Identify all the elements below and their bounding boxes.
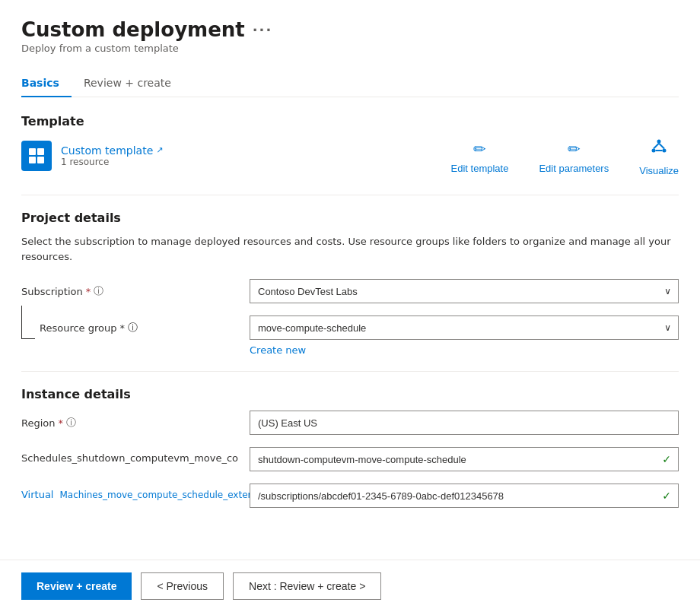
resource-group-dropdown[interactable]: move-compute-schedule [250,316,679,340]
virtual-label-text: Virtual [21,489,53,500]
svg-line-8 [659,144,664,149]
subscription-required: * [86,286,91,297]
external-link-icon: ↗ [156,145,163,155]
virtual-machines-label: VirtualMachines_move_compute_schedule_ex… [21,484,234,500]
next-button[interactable]: Next : Review + create > [233,572,381,600]
svg-rect-0 [29,148,36,155]
virtual-sublabel-text: Machines_move_compute_schedule_externali… [59,490,273,500]
resource-group-label: Resource group * ⓘ [40,321,138,335]
svg-rect-2 [29,157,36,163]
edit-parameters-icon: ✏ [568,140,581,158]
region-row: Region * ⓘ [21,411,679,435]
project-details-section: Project details Select the subscription … [21,211,679,356]
region-control [250,411,679,435]
resource-group-label-wrapper: Resource group * ⓘ [21,316,234,339]
template-icon [21,141,52,171]
svg-point-4 [657,140,661,144]
visualize-button[interactable]: Visualize [639,138,679,176]
template-section: Template Custom template ↗ [21,114,679,176]
edit-parameters-button[interactable]: ✏ Edit parameters [539,140,609,174]
svg-point-5 [652,149,656,153]
subscription-dropdown-wrapper: Contoso DevTest Labs [250,279,679,303]
resource-group-control: move-compute-schedule Create new [250,316,679,356]
virtual-machines-dropdown[interactable]: /subscriptions/abcdef01-2345-6789-0abc-d… [250,484,679,508]
schedules-control: shutdown-computevm-move-compute-schedule [250,447,679,471]
resource-group-bracket [21,306,35,339]
template-name-link[interactable]: Custom template ↗ [61,144,164,157]
subscription-info-icon[interactable]: ⓘ [94,284,103,298]
schedules-row: Schedules_shutdown_computevm_move_co shu… [21,447,679,471]
instance-details-section: Instance details Region * ⓘ Schedules_sh… [21,387,679,508]
template-info: Custom template ↗ 1 resource [61,144,164,167]
resource-group-row: Resource group * ⓘ move-compute-schedule… [21,316,679,356]
resource-group-required: * [120,322,126,334]
ellipsis-menu[interactable]: ··· [253,22,273,38]
page-header: Custom deployment ··· Deploy from a cust… [21,18,679,54]
svg-line-7 [654,144,659,149]
visualize-icon [650,138,668,160]
edit-template-button[interactable]: ✏ Edit template [451,140,509,174]
template-resource-count: 1 resource [61,157,164,167]
template-card: Custom template ↗ 1 resource [21,141,164,171]
project-details-title: Project details [21,211,679,225]
template-actions: ✏ Edit template ✏ Edit parameters [451,138,679,176]
region-required: * [59,417,64,429]
network-icon [650,138,668,156]
divider-2 [21,371,679,372]
virtual-machines-row: VirtualMachines_move_compute_schedule_ex… [21,484,679,508]
subscription-dropdown[interactable]: Contoso DevTest Labs [250,279,679,303]
subscription-row: Subscription * ⓘ Contoso DevTest Labs [21,279,679,303]
svg-rect-1 [37,148,44,155]
page-title: Custom deployment [21,18,245,41]
divider-1 [21,195,679,195]
review-create-button[interactable]: Review + create [21,572,132,600]
region-label: Region * ⓘ [21,411,234,430]
project-description: Select the subscription to manage deploy… [21,234,679,264]
tab-review-create[interactable]: Review + create [84,69,183,97]
region-info-icon[interactable]: ⓘ [66,416,76,430]
schedules-dropdown[interactable]: shutdown-computevm-move-compute-schedule [250,447,679,471]
region-input[interactable] [250,411,679,435]
schedules-label: Schedules_shutdown_computevm_move_co [21,447,234,464]
subscription-control: Contoso DevTest Labs [250,279,679,303]
subscription-label: Subscription * ⓘ [21,279,234,298]
resource-group-info-icon[interactable]: ⓘ [128,321,138,335]
instance-details-title: Instance details [21,387,679,401]
create-new-link[interactable]: Create new [250,344,306,356]
page-subtitle: Deploy from a custom template [21,43,679,54]
schedules-dropdown-wrapper: shutdown-computevm-move-compute-schedule [250,447,679,471]
resource-group-dropdown-wrapper: move-compute-schedule [250,316,679,340]
svg-point-6 [663,149,667,153]
template-section-title: Template [21,114,679,128]
tab-basics[interactable]: Basics [21,69,72,97]
svg-rect-3 [37,157,44,163]
virtual-machines-dropdown-wrapper: /subscriptions/abcdef01-2345-6789-0abc-d… [250,484,679,508]
footer-bar: Review + create < Previous Next : Review… [0,560,700,612]
grid-icon [27,147,46,165]
tabs-bar: Basics Review + create [21,69,679,97]
edit-template-icon: ✏ [473,140,486,158]
virtual-machines-control: /subscriptions/abcdef01-2345-6789-0abc-d… [250,484,679,508]
previous-button[interactable]: < Previous [141,572,224,600]
